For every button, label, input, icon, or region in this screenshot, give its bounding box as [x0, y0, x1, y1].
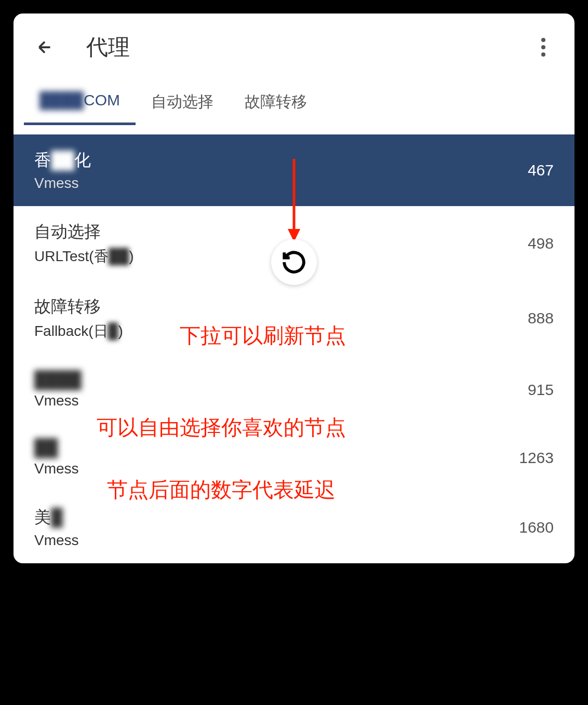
item-title: 美█ — [34, 506, 79, 529]
item-info: 香██化 Vmess — [34, 149, 91, 192]
item-info: 故障转移 Fallback(日█) — [34, 295, 123, 341]
annotation-ping: 节点后面的数字代表延迟 — [107, 476, 336, 504]
item-ping: 1263 — [519, 449, 554, 467]
annotation-refresh: 下拉可以刷新节点 — [180, 321, 346, 350]
tab-label-blurred: ████ — [39, 91, 84, 109]
item-title: 自动选择 — [34, 221, 134, 243]
item-subtitle: Fallback(日█) — [34, 321, 123, 341]
item-title: ██ — [34, 438, 79, 457]
item-title: 香██化 — [34, 149, 91, 172]
item-ping: 888 — [528, 309, 554, 327]
item-info: ████ Vmess — [34, 370, 82, 409]
header-bar: 代理 — [14, 13, 574, 81]
item-subtitle: Vmess — [34, 392, 82, 409]
item-ping: 498 — [528, 235, 554, 252]
item-subtitle: Vmess — [34, 175, 91, 192]
more-icon[interactable] — [533, 37, 554, 58]
tab-label-suffix: COM — [84, 91, 120, 109]
tab-auto-select[interactable]: 自动选择 — [136, 81, 229, 123]
item-ping: 1680 — [519, 519, 554, 536]
tab-bar: ████COM 自动选择 故障转移 — [14, 81, 574, 124]
item-ping: 467 — [528, 161, 554, 179]
item-subtitle: Vmess — [34, 460, 79, 477]
annotation-choose: 可以自由选择你喜欢的节点 — [97, 413, 346, 442]
item-title: ████ — [34, 370, 82, 389]
item-subtitle: URLTest(香██) — [34, 247, 134, 266]
item-ping: 915 — [528, 381, 554, 399]
item-subtitle: Vmess — [34, 532, 79, 549]
page-title: 代理 — [86, 33, 130, 62]
item-info: ██ Vmess — [34, 438, 79, 477]
app-screen: 代理 ████COM 自动选择 故障转移 香██化 Vmess 467 自动选择 — [10, 10, 578, 566]
item-info: 美█ Vmess — [34, 506, 79, 549]
annotation-arrow-icon — [286, 159, 302, 244]
tab-main[interactable]: ████COM — [24, 81, 136, 123]
item-info: 自动选择 URLTest(香██) — [34, 221, 134, 266]
item-title: 故障转移 — [34, 295, 123, 318]
refresh-icon[interactable] — [271, 239, 317, 285]
tab-failover[interactable]: 故障转移 — [229, 81, 323, 123]
back-icon[interactable] — [34, 37, 55, 58]
